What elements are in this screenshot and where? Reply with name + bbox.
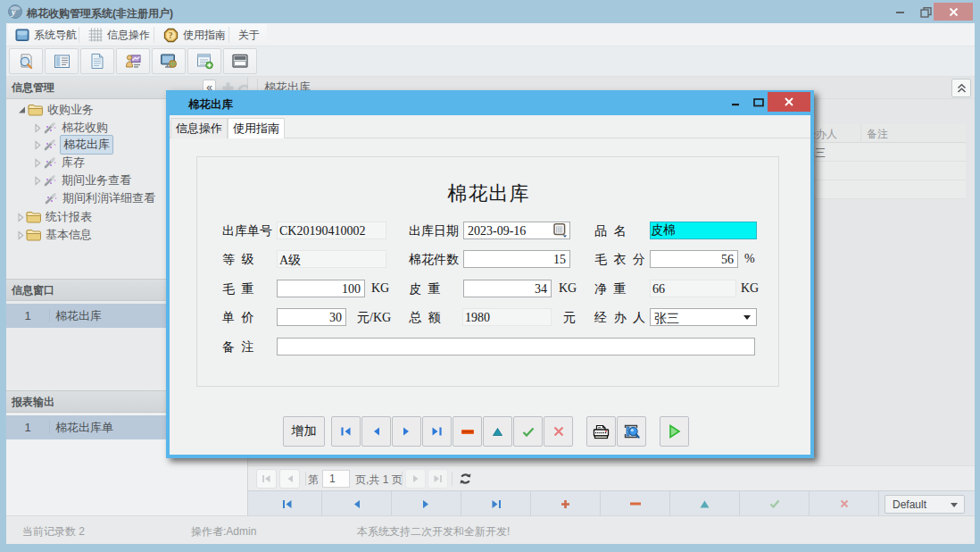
- field-label-gross: 毛 重: [222, 281, 254, 297]
- pager-prefix-label: 第: [308, 473, 319, 488]
- page-last-button[interactable]: [428, 469, 448, 489]
- calendar-icon[interactable]: [553, 223, 568, 238]
- refresh-button[interactable]: [455, 469, 476, 489]
- record-last-button[interactable]: [422, 416, 452, 447]
- field-label-unit-price: 单 价: [222, 310, 254, 326]
- wand-icon: [44, 174, 57, 187]
- collapsed-arrow-icon[interactable]: [18, 230, 24, 240]
- panel-title: 信息窗口: [12, 284, 54, 297]
- run-button[interactable]: [660, 416, 689, 447]
- record-cancel-button[interactable]: [544, 416, 573, 447]
- menu-item-label: 信息操作: [107, 28, 150, 43]
- collapsed-arrow-icon[interactable]: [18, 213, 24, 222]
- tree-item-label: 期间业务查看: [62, 172, 131, 188]
- chevron-down-icon[interactable]: [743, 315, 751, 320]
- nav-last-button[interactable]: [461, 491, 531, 516]
- page-number-input[interactable]: 1: [322, 470, 350, 488]
- toolbar-form-window-button[interactable]: [223, 48, 257, 74]
- collapsed-arrow-icon[interactable]: [35, 158, 41, 168]
- field-label-order-no: 出库单号: [222, 223, 272, 239]
- dialog-close-button[interactable]: [768, 92, 810, 112]
- toolbar-form-add-button[interactable]: [187, 48, 221, 74]
- product-field[interactable]: 皮棉: [650, 222, 757, 239]
- print-button[interactable]: [586, 416, 616, 447]
- collapsed-arrow-icon[interactable]: [35, 140, 41, 150]
- menubar: 系统导航 信息操作 ? 使用: [6, 23, 975, 46]
- record-first-button[interactable]: [331, 416, 361, 447]
- tare-field[interactable]: 34: [463, 280, 552, 297]
- menu-item-info-ops[interactable]: 信息操作: [81, 24, 157, 46]
- record-navigator: Default: [248, 490, 975, 515]
- nav-post-button[interactable]: [740, 491, 810, 516]
- grid-column-note[interactable]: 备注: [867, 127, 888, 142]
- page-prev-button[interactable]: [279, 469, 300, 489]
- nav-edit-button[interactable]: [670, 491, 740, 516]
- close-button[interactable]: [934, 3, 973, 21]
- suffix-yuan-kg: 元/KG: [357, 310, 391, 326]
- record-prev-button[interactable]: [361, 416, 391, 447]
- record-next-button[interactable]: [392, 416, 421, 447]
- menu-item-system-nav[interactable]: 系统导航: [8, 24, 84, 46]
- menu-item-guide[interactable]: ? 使用指南: [156, 24, 233, 46]
- expanded-arrow-icon[interactable]: [18, 105, 26, 114]
- page-next-button[interactable]: [405, 469, 426, 489]
- folder-icon: [28, 104, 43, 116]
- nav-square-icon: [15, 29, 29, 42]
- panel-title: 报表输出: [12, 396, 54, 408]
- nav-cancel-button[interactable]: [810, 491, 879, 516]
- operator-combobox[interactable]: 张三: [650, 308, 757, 326]
- suffix-percent: %: [744, 252, 755, 266]
- collapsed-arrow-icon[interactable]: [35, 123, 41, 133]
- collapse-panel-button[interactable]: [951, 79, 971, 97]
- toolbar-user-chart-button[interactable]: [116, 48, 150, 74]
- operator-value: 张三: [654, 312, 679, 325]
- nav-first-button[interactable]: [253, 491, 322, 516]
- nav-delete-button[interactable]: [601, 491, 670, 516]
- unit-price-field[interactable]: 30: [277, 308, 346, 326]
- suffix-kg: KG: [559, 281, 577, 296]
- print-preview-button[interactable]: [617, 416, 646, 447]
- toolbar-search-document-button[interactable]: [9, 48, 43, 74]
- field-label-total: 总 额: [409, 310, 441, 326]
- row-index: 1: [6, 309, 50, 322]
- tree-item-label: 棉花收购: [62, 120, 108, 136]
- note-field[interactable]: [277, 338, 755, 355]
- add-button[interactable]: 增加: [283, 416, 325, 447]
- toolbar-report-list-button[interactable]: [45, 48, 79, 74]
- preset-value: Default: [893, 498, 926, 511]
- field-label-pieces: 棉花件数: [409, 252, 459, 268]
- minimize-button[interactable]: [889, 0, 912, 23]
- row-index: 1: [6, 421, 50, 434]
- record-edit-button[interactable]: [483, 416, 512, 447]
- nav-prev-button[interactable]: [322, 491, 392, 516]
- dialog-tab-guide[interactable]: 使用指南: [228, 118, 285, 138]
- pager-separator: [452, 472, 453, 486]
- dialog-tab-info-ops[interactable]: 信息操作: [170, 118, 228, 138]
- record-delete-button[interactable]: [453, 416, 482, 447]
- date-field[interactable]: 2023-09-16: [463, 222, 570, 239]
- dialog-maximize-button[interactable]: [752, 92, 766, 112]
- folder-icon: [26, 211, 41, 223]
- collapsed-arrow-icon[interactable]: [35, 176, 41, 186]
- lint-pct-field[interactable]: 56: [650, 250, 738, 268]
- total-field: 1980: [462, 308, 552, 326]
- toolbar-document-button[interactable]: [80, 48, 114, 74]
- pieces-field[interactable]: 15: [463, 250, 570, 268]
- field-label-net: 净 重: [594, 281, 627, 297]
- grade-field: A级: [277, 250, 386, 268]
- field-label-product: 品 名: [594, 223, 627, 239]
- menu-item-about[interactable]: 关于: [231, 24, 267, 46]
- page-first-button[interactable]: [256, 469, 277, 489]
- form-groupbox: 棉花出库 出库单号 CK20190410002 出库日期 2023-09-16: [196, 156, 779, 387]
- tree-item-label: 库存: [62, 155, 85, 171]
- dialog-minimize-button[interactable]: [728, 92, 743, 112]
- nav-add-button[interactable]: [531, 491, 601, 516]
- svg-text:?: ?: [169, 31, 173, 40]
- coin-icon: ?: [163, 28, 179, 43]
- record-post-button[interactable]: [513, 416, 543, 447]
- preset-dropdown[interactable]: Default: [884, 495, 965, 514]
- toolbar-monitor-globe-button[interactable]: [152, 48, 186, 74]
- nav-next-button[interactable]: [392, 491, 461, 516]
- titlebar: y 棉花收购管理系统(非注册用户): [0, 0, 980, 23]
- gross-field[interactable]: 100: [277, 280, 365, 297]
